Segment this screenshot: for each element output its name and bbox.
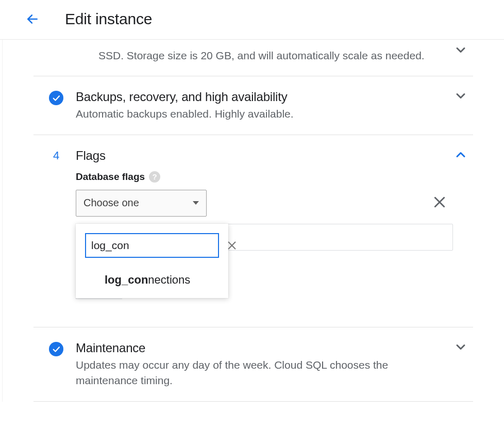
flag-search-input[interactable] <box>91 239 226 252</box>
flag-search-field[interactable] <box>85 233 219 258</box>
back-arrow-icon[interactable] <box>26 12 39 26</box>
flags-header[interactable]: 4 Flags Database flags ? Choose one <box>33 135 473 327</box>
chevron-down-icon[interactable] <box>453 340 468 356</box>
page-title: Edit instance <box>65 10 152 28</box>
backups-section[interactable]: Backups, recovery, and high availability… <box>33 76 473 135</box>
check-icon <box>49 342 63 356</box>
step-number: 4 <box>49 149 63 162</box>
flag-option-log-connections[interactable]: log_connections <box>105 273 219 287</box>
chevron-down-icon[interactable] <box>453 89 468 105</box>
caret-down-icon <box>193 201 199 205</box>
storage-section[interactable]: SSD. Storage size is 20 GB, and will aut… <box>33 40 473 76</box>
chevron-down-icon[interactable] <box>453 43 468 59</box>
database-flags-label: Database flags <box>76 171 145 183</box>
maintenance-title: Maintenance <box>76 341 453 355</box>
flags-section: 4 Flags Database flags ? Choose one <box>33 135 473 327</box>
backups-title: Backups, recovery, and high availability <box>76 90 453 104</box>
check-icon <box>49 91 63 105</box>
flags-title: Flags <box>76 149 453 163</box>
backups-desc: Automatic backups enabled. Highly availa… <box>76 106 447 122</box>
clear-search-icon[interactable] <box>226 240 238 251</box>
flag-dropdown-popup: log_connections <box>76 224 228 298</box>
remove-flag-button[interactable] <box>432 194 447 212</box>
maintenance-section[interactable]: Maintenance Updates may occur any day of… <box>33 327 473 402</box>
maintenance-desc: Updates may occur any day of the week. C… <box>76 357 447 389</box>
chevron-up-icon[interactable] <box>453 147 468 164</box>
storage-desc: SSD. Storage size is 20 GB, and will aut… <box>98 48 453 63</box>
flag-select[interactable]: Choose one <box>76 190 207 217</box>
help-icon[interactable]: ? <box>149 171 160 183</box>
page-header: Edit instance <box>0 0 504 40</box>
flag-select-placeholder: Choose one <box>83 197 193 209</box>
